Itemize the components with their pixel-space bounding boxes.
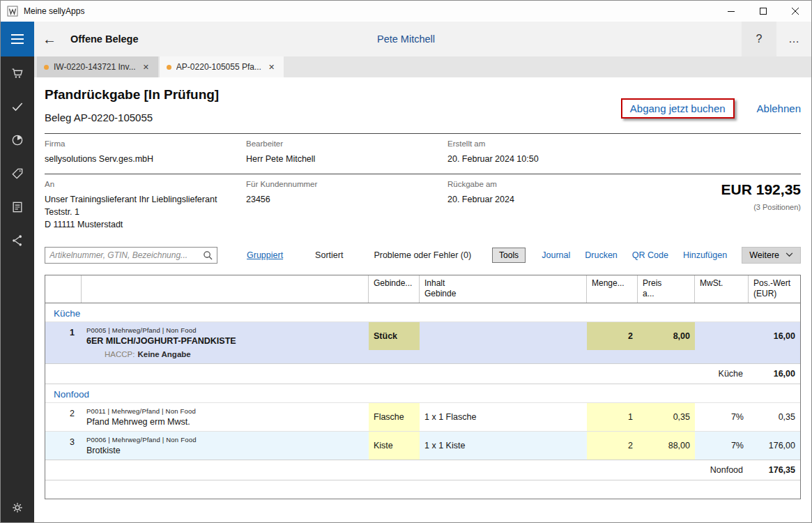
article-cell: P0011 | Mehrweg/Pfand | Non Food Pfand M… — [82, 403, 369, 431]
titlebar: Meine sellyApps — [1, 1, 811, 22]
col-pos-wert: Pos.-Wert(EUR) — [749, 275, 800, 303]
gear-icon[interactable] — [10, 500, 25, 515]
group-header: Küche — [45, 303, 800, 321]
unsaved-dot-icon — [167, 65, 171, 70]
row-number: 2 — [45, 403, 82, 431]
user-name[interactable]: Pete Mitchell — [377, 33, 435, 45]
window-title: Meine sellyApps — [24, 6, 84, 16]
article-cell: P0005 | Mehrweg/Pfand | Non Food 6ER MIL… — [82, 322, 369, 350]
window-controls — [715, 1, 811, 22]
preis-cell[interactable]: 8,00 — [638, 322, 695, 350]
weitere-dropdown[interactable]: Weitere — [742, 247, 801, 264]
field-firma: Firma sellysolutions Serv.ges.mbH — [45, 139, 246, 165]
journal-link[interactable]: Journal — [542, 250, 570, 260]
more-options-button[interactable]: … — [776, 22, 811, 56]
app-header: ← Offene Belege Pete Mitchell ? … — [1, 22, 811, 56]
book-outgoing-button[interactable]: Abgang jetzt buchen — [630, 103, 726, 114]
reject-button[interactable]: Ablehnen — [757, 103, 801, 114]
help-button[interactable]: ? — [742, 22, 776, 56]
add-link[interactable]: Hinzufügen — [683, 250, 727, 260]
col-gebinde: Gebinde... — [369, 275, 420, 303]
field-rueckgabe-am: Rückgabe am 20. Februar 2024 — [447, 180, 627, 231]
unsaved-dot-icon — [44, 65, 49, 70]
pos-wert-cell: 16,00 — [749, 322, 800, 350]
hamburger-menu-button[interactable] — [1, 22, 34, 56]
table-header-row: Gebinde... InhaltGebinde Menge... Preisa… — [45, 275, 800, 303]
positions-table: Gebinde... InhaltGebinde Menge... Preisa… — [45, 275, 801, 499]
close-icon[interactable]: ✕ — [141, 61, 151, 73]
pie-chart-icon[interactable] — [10, 132, 25, 148]
back-button[interactable]: ← — [43, 32, 56, 46]
document-fields: Firma sellysolutions Serv.ges.mbH Bearbe… — [45, 133, 801, 240]
inhalt-cell — [420, 322, 587, 350]
group-subtotal: Nonfood 176,35 — [45, 460, 800, 480]
total-amount: EUR 192,35 — [627, 181, 801, 198]
chevron-down-icon — [786, 252, 793, 257]
price-tag-icon[interactable] — [10, 166, 25, 181]
app-window: Meine sellyApps ← Offene Belege Pete Mit… — [1, 1, 811, 522]
inhalt-cell: 1 x 1 Flasche — [420, 403, 587, 431]
col-inhalt: InhaltGebinde — [420, 275, 587, 303]
pos-wert-cell: 0,35 — [749, 403, 800, 431]
row-number: 1 — [45, 322, 82, 350]
field-kundennummer: Für Kundennummer 23456 — [246, 180, 447, 231]
document-view: Pfandrückgabe [In Prüfung] Abgang jetzt … — [34, 77, 811, 522]
article-search — [45, 247, 217, 264]
menge-cell[interactable]: 1 — [587, 403, 638, 431]
gebinde-cell[interactable]: Flasche — [369, 403, 420, 431]
menge-cell[interactable]: 2 — [587, 322, 638, 350]
document-total: EUR 192,35 (3 Positionen) — [627, 180, 801, 231]
table-row[interactable]: 3 P0006 | Mehrweg/Pfand | Non Food Brotk… — [45, 431, 800, 460]
sidebar-nav — [1, 56, 34, 522]
position-count: (3 Positionen) — [627, 203, 801, 211]
share-network-icon[interactable] — [10, 233, 25, 248]
app-icon — [7, 6, 18, 17]
close-button[interactable] — [779, 1, 811, 22]
highlight-box: Abgang jetzt buchen — [621, 98, 735, 119]
close-icon[interactable]: ✕ — [266, 61, 277, 73]
tab-pfandrueckgabe[interactable]: AP-0220-105055 Pfa... ✕ — [160, 56, 284, 77]
menge-cell[interactable]: 2 — [587, 432, 638, 460]
tools-button[interactable]: Tools — [492, 248, 526, 263]
group-header: Nonfood — [45, 384, 800, 402]
mwst-cell — [695, 322, 749, 350]
gebinde-cell[interactable]: Kiste — [369, 432, 420, 460]
tab-inventur[interactable]: IW-0220-143721 Inv... ✕ — [37, 56, 158, 77]
col-menge: Menge... — [587, 275, 638, 303]
checkmark-icon[interactable] — [10, 99, 25, 114]
row-number: 3 — [45, 432, 82, 460]
cart-icon[interactable] — [10, 66, 25, 81]
col-preis: Preisa... — [638, 275, 695, 303]
col-mwst: MwSt. — [695, 275, 749, 303]
journal-book-icon[interactable] — [10, 199, 25, 215]
preis-cell[interactable]: 88,00 — [638, 432, 695, 460]
page-title: Offene Belege — [70, 33, 139, 45]
problems-filter[interactable]: Probleme oder Fehler (0) — [374, 250, 471, 260]
mwst-cell: 7% — [695, 432, 749, 460]
table-row[interactable]: 1 P0005 | Mehrweg/Pfand | Non Food 6ER M… — [45, 321, 800, 363]
minimize-button[interactable] — [715, 1, 747, 22]
inhalt-cell: 1 x 1 Kiste — [420, 432, 587, 460]
search-icon[interactable] — [203, 250, 213, 260]
pos-wert-cell: 176,00 — [749, 432, 800, 460]
maximize-button[interactable] — [747, 1, 779, 22]
toolbar-links: Journal Drucken QR Code Hinzufügen Weite… — [542, 247, 801, 264]
haccp-line: HACCP:Keine Angabe — [45, 350, 800, 363]
gruppiert-toggle[interactable]: Gruppiert — [247, 250, 283, 260]
table-row[interactable]: 2 P0011 | Mehrweg/Pfand | Non Food Pfand… — [45, 402, 800, 431]
header-actions: ? … — [742, 22, 811, 56]
preis-cell[interactable]: 0,35 — [638, 403, 695, 431]
gebinde-cell[interactable]: Stück — [369, 322, 420, 350]
article-cell: P0006 | Mehrweg/Pfand | Non Food Brotkis… — [82, 432, 369, 460]
group-subtotal: Küche 16,00 — [45, 363, 800, 384]
print-link[interactable]: Drucken — [585, 250, 618, 260]
document-header: Pfandrückgabe [In Prüfung] Abgang jetzt … — [45, 87, 801, 123]
document-actions: Abgang jetzt buchen Ablehnen — [621, 98, 801, 119]
table-filler — [45, 480, 800, 499]
sortiert-toggle[interactable]: Sortiert — [315, 250, 343, 260]
field-erstellt-am: Erstellt am 20. Februar 2024 10:50 — [447, 139, 627, 165]
mwst-cell: 7% — [695, 403, 749, 431]
search-input[interactable] — [49, 250, 203, 260]
qr-code-link[interactable]: QR Code — [632, 250, 668, 260]
positions-toolbar: Gruppiert Sortiert Probleme oder Fehler … — [45, 247, 801, 264]
